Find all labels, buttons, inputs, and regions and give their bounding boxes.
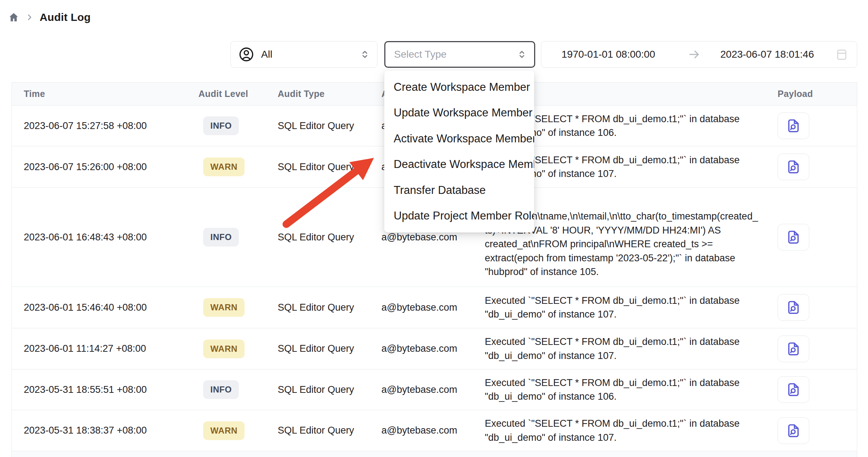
cell-audit-type: SQL Editor Query (278, 161, 381, 173)
cell-actor: a@bytebase.com (381, 232, 485, 243)
select-updown-chevrons-icon (517, 49, 527, 59)
table-row: 2023-05-31 18:55:51 +08:00 INFO SQL Edit… (12, 369, 857, 410)
status-badge: INFO (203, 116, 239, 135)
file-search-icon (786, 300, 801, 315)
chevron-right-icon (25, 13, 34, 22)
cell-audit-type: SQL Editor Query (278, 425, 381, 436)
actor-filter-select[interactable]: All (231, 41, 377, 68)
dropdown-option-activate-workspace-member[interactable]: Activate Workspace Member (384, 126, 534, 152)
view-payload-button[interactable] (778, 112, 809, 139)
date-range-start[interactable]: 1970-01-01 08:00:00 (561, 49, 655, 60)
table-row: 2023-06-01 11:14:27 +08:00 WARN SQL Edit… (12, 328, 857, 369)
cell-audit-level: INFO (198, 228, 278, 247)
page-title: Audit Log (40, 11, 91, 23)
view-payload-button[interactable] (778, 224, 809, 250)
cell-payload (766, 224, 857, 250)
file-search-icon (786, 341, 801, 357)
file-search-icon (786, 159, 801, 175)
cell-time: 2023-05-31 18:38:37 +08:00 (12, 425, 198, 436)
view-payload-button[interactable] (778, 336, 809, 362)
view-payload-button[interactable] (778, 417, 809, 444)
cell-comment: Executed `"SELECT * FROM db_ui_demo.t1;"… (485, 376, 766, 404)
cell-time: 2023-06-01 11:14:27 +08:00 (12, 343, 198, 354)
file-search-icon (786, 382, 801, 398)
cell-time: 2023-06-01 15:46:40 +08:00 (12, 302, 198, 313)
cell-comment: Executed `"SELECT * FROM db_ui_demo.t1;"… (485, 335, 766, 363)
file-search-icon (786, 118, 801, 134)
cell-time: 2023-05-31 18:55:51 +08:00 (12, 384, 198, 395)
file-search-icon (786, 423, 801, 439)
cell-payload (766, 376, 857, 403)
cell-payload (766, 336, 857, 362)
status-badge: WARN (203, 157, 245, 176)
select-updown-chevrons-icon (360, 49, 370, 59)
cell-time: 2023-06-01 16:48:43 +08:00 (12, 232, 198, 243)
cell-comment: Executed `"SELECT * FROM db_ui_demo.t1;"… (485, 294, 766, 321)
file-search-icon (786, 229, 801, 245)
view-payload-button[interactable] (778, 294, 809, 321)
home-icon[interactable] (8, 12, 19, 23)
cell-actor: a@bytebase.com (381, 384, 485, 395)
cell-payload (766, 112, 857, 139)
type-filter-select[interactable]: Select Type (384, 41, 535, 68)
status-badge: INFO (203, 228, 239, 247)
breadcrumb: Audit Log (8, 9, 91, 26)
status-badge: WARN (203, 421, 245, 440)
status-badge: INFO (203, 380, 239, 399)
calendar-icon (835, 48, 848, 61)
cell-payload (766, 294, 857, 321)
table-row: 2023-05-31 18:38:37 +08:00 WARN SQL Edit… (12, 410, 857, 451)
cell-audit-level: WARN (198, 298, 278, 317)
cell-actor: a@bytebase.com (381, 425, 485, 436)
arrow-right-icon (687, 47, 701, 62)
dropdown-option-deactivate-workspace-member[interactable]: Deactivate Workspace Member (384, 152, 534, 178)
cell-audit-level: INFO (198, 380, 278, 399)
column-header-audit-level: Audit Level (198, 89, 278, 99)
cell-audit-type: SQL Editor Query (278, 384, 381, 395)
dropdown-option-transfer-database[interactable]: Transfer Database (384, 177, 534, 203)
dropdown-option-update-workspace-member[interactable]: Update Workspace Member (384, 100, 534, 126)
cell-actor: a@bytebase.com (381, 302, 485, 313)
status-badge: WARN (203, 340, 245, 358)
cell-audit-type: SQL Editor Query (278, 120, 381, 132)
cell-time: 2023-06-07 15:26:00 +08:00 (12, 161, 198, 173)
cell-audit-level: WARN (198, 157, 278, 176)
dropdown-option-update-project-member[interactable]: Update Project Member Role (384, 203, 534, 229)
cell-payload (766, 417, 857, 444)
cell-audit-level: WARN (198, 421, 278, 440)
cell-time: 2023-06-07 15:27:58 +08:00 (12, 120, 198, 132)
view-payload-button[interactable] (778, 154, 809, 180)
cell-audit-type: SQL Editor Query (278, 232, 381, 243)
cell-actor: a@bytebase.com (381, 343, 485, 354)
user-circle-icon (239, 47, 254, 62)
cell-audit-level: INFO (198, 116, 278, 135)
cell-comment: Executed `"SELECT * FROM db_ui_demo.t1;"… (485, 417, 766, 444)
type-filter-placeholder: Select Type (394, 49, 447, 60)
table-next-row-partial (12, 451, 857, 457)
date-range-end[interactable]: 2023-06-07 18:01:46 (720, 49, 814, 60)
dropdown-option-create-workspace-member[interactable]: Create Workspace Member (384, 74, 534, 100)
cell-payload (766, 154, 857, 180)
date-range-picker[interactable]: 1970-01-01 08:00:00 2023-06-07 18:01:46 (541, 41, 857, 68)
type-select-dropdown-menu: Create Workspace Member Update Workspace… (384, 71, 534, 232)
column-header-audit-type: Audit Type (278, 89, 381, 99)
column-header-payload: Payload (766, 89, 857, 99)
audit-log-page: Audit Log All Select Type (0, 0, 868, 457)
cell-audit-level: WARN (198, 340, 278, 358)
table-row: 2023-06-01 15:46:40 +08:00 WARN SQL Edit… (12, 287, 857, 328)
column-header-time: Time (12, 89, 198, 99)
view-payload-button[interactable] (778, 376, 809, 403)
cell-audit-type: SQL Editor Query (278, 302, 381, 313)
cell-audit-type: SQL Editor Query (278, 343, 381, 354)
actor-filter-value: All (261, 49, 272, 60)
status-badge: WARN (203, 298, 245, 317)
